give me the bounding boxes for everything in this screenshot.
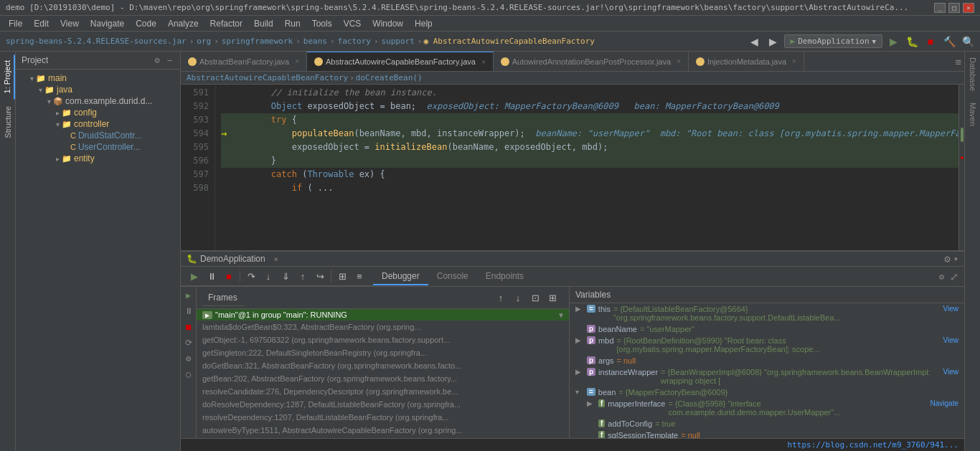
debug-run-button[interactable]: 🐛	[904, 34, 920, 49]
stop-button[interactable]: ■	[923, 34, 938, 49]
tree-item-controller[interactable]: ▾ 📁 controller	[16, 118, 180, 130]
sidebar-tab-project[interactable]: 1: Project	[1, 54, 15, 99]
right-tab-maven[interactable]: Maven	[966, 97, 979, 132]
frames-filter-button[interactable]: ⊡	[527, 290, 543, 305]
run-button[interactable]: ▶	[885, 34, 901, 49]
maximize-button[interactable]: □	[948, 3, 960, 13]
dbg-resume-button[interactable]: ▶	[187, 268, 202, 284]
menu-help[interactable]: Help	[409, 17, 438, 30]
menu-window[interactable]: Window	[367, 17, 409, 30]
menu-edit[interactable]: Edit	[28, 17, 55, 30]
menu-code[interactable]: Code	[130, 17, 162, 30]
debug-tab-debugger[interactable]: Debugger	[373, 268, 428, 285]
nav-back-button[interactable]: ◀	[747, 34, 763, 49]
var-mbd[interactable]: ▶ p mbd = {RootBeanDefinition@5990} "Roo…	[570, 335, 964, 355]
debug-restore-icon[interactable]: ⤢	[950, 271, 964, 283]
dbg-stepout-button[interactable]: ↑	[295, 268, 311, 284]
tab-close-abf[interactable]: ×	[295, 57, 299, 65]
menu-navigate[interactable]: Navigate	[85, 17, 130, 30]
tree-item-druid[interactable]: C DruidStatContr...	[16, 130, 180, 141]
tree-item-usercontroller[interactable]: C UserController...	[16, 141, 180, 153]
dbg-runtocursor-button[interactable]: ↪	[312, 268, 328, 284]
dbg-forceinto-button[interactable]: ⇓	[278, 268, 293, 284]
menu-refactor[interactable]: Refactor	[204, 17, 248, 30]
debug-settings-icon[interactable]: ⚙	[944, 253, 950, 265]
dbg-stop-button[interactable]: ■	[221, 268, 237, 284]
tree-item-entity[interactable]: ▸ 📁 entity	[16, 153, 180, 164]
tab-autowiredannotation[interactable]: AutowiredAnnotationBeanPostProcessor.jav…	[494, 52, 689, 71]
tab-close-aawcbf[interactable]: ×	[481, 58, 486, 66]
dbg-pause-button[interactable]: ⏸	[204, 268, 220, 284]
frame-item-7[interactable]: doResolveDependency:1287, DefaultListabl…	[197, 398, 569, 411]
var-navigate-iw[interactable]: View	[943, 368, 959, 376]
frames-up-button[interactable]: ↑	[493, 290, 509, 305]
debug-tab-endpoints[interactable]: Endpoints	[477, 268, 532, 285]
var-navigate-mbd[interactable]: View	[943, 336, 959, 344]
menu-build[interactable]: Build	[248, 17, 279, 30]
var-args[interactable]: p args = null	[570, 355, 964, 366]
menu-vcs[interactable]: VCS	[338, 17, 367, 30]
menu-view[interactable]: View	[55, 17, 85, 30]
frame-item-4[interactable]: doGetBean:321, AbstractBeanFactory (org.…	[197, 359, 569, 372]
nav-forward-button[interactable]: ▶	[765, 34, 781, 49]
search-everywhere-button[interactable]: 🔍	[960, 34, 976, 49]
tree-item-java[interactable]: ▾ 📁 java	[16, 84, 180, 95]
debug-settings-icon2[interactable]: ⚙	[939, 272, 950, 282]
tab-close-im[interactable]: ×	[792, 57, 796, 65]
var-instancewrapper[interactable]: ▶ p instanceWrapper = {BeanWrapperImpl@6…	[570, 366, 964, 386]
sidebar-tab-structure[interactable]: Structure	[1, 100, 14, 144]
frames-down-button[interactable]: ↓	[510, 290, 526, 305]
debug-session-close[interactable]: ×	[274, 255, 278, 263]
tab-abstractbeanfactory[interactable]: AbstractBeanFactory.java ×	[181, 52, 307, 71]
var-navigate-this[interactable]: View	[943, 305, 959, 313]
tab-injectionmetadata[interactable]: InjectionMetadata.java ×	[689, 52, 804, 71]
dbg-mute-side[interactable]: ○	[183, 369, 194, 380]
dbg-pause-side[interactable]: ⏸	[183, 305, 194, 317]
dbg-stepover-button[interactable]: ↷	[243, 268, 259, 284]
build-button[interactable]: 🔨	[941, 34, 957, 49]
var-bean[interactable]: ▾ = bean = {MapperFactoryBean@6009}	[570, 386, 964, 398]
tree-item-com[interactable]: ▾ 📦 com.example.durid.d...	[16, 95, 180, 107]
menu-file[interactable]: File	[3, 17, 28, 30]
dbg-settings-side[interactable]: ⚙	[183, 353, 194, 364]
tab-abstractautowire[interactable]: AbstractAutowireCapableBeanFactory.java …	[307, 52, 494, 71]
frame-item-9[interactable]: autowireByType:1511, AbstractAutowireCap…	[197, 424, 569, 437]
right-tab-database[interactable]: Database	[966, 52, 979, 97]
debug-tab-console[interactable]: Console	[428, 268, 477, 285]
tab-settings-icon[interactable]: ≡	[956, 56, 961, 67]
url-text[interactable]: https://blog.csdn.net/m9_3760/941...	[788, 440, 958, 450]
dbg-frames-button[interactable]: ≡	[352, 268, 367, 284]
project-collapse-icon[interactable]: −	[165, 54, 174, 66]
code-scrollbar[interactable]	[958, 85, 964, 250]
project-settings-icon[interactable]: ⚙	[153, 54, 162, 66]
frame-item-2[interactable]: getObject:-1, 697508322 (org.springframe…	[197, 333, 569, 346]
close-button[interactable]: ×	[963, 3, 974, 13]
menu-analyze[interactable]: Analyze	[162, 17, 204, 30]
var-mapperinterface[interactable]: ▶ f mapperInterface = {Class@5958} "inte…	[570, 398, 964, 418]
dbg-stop-side[interactable]: ■	[183, 321, 194, 333]
dbg-resume-side[interactable]: ▶	[183, 290, 194, 301]
thread-dropdown[interactable]: ▼	[559, 311, 563, 319]
var-sqlsessiontemplate[interactable]: f sqlSessionTemplate = null	[570, 429, 964, 438]
dbg-stepinto-button[interactable]: ↓	[260, 268, 276, 284]
var-beanname[interactable]: p beanName = "userMapper"	[570, 323, 964, 335]
frame-item-1[interactable]: lambda$doGetBean$0:323, AbstractBeanFact…	[197, 321, 569, 333]
menu-run[interactable]: Run	[279, 17, 306, 30]
frame-item-3[interactable]: getSingleton:222, DefaultSingletonBeanRe…	[197, 346, 569, 359]
var-navigate-mi[interactable]: Navigate	[930, 399, 958, 407]
frame-item-6[interactable]: resolveCandidate:276, DependencyDescript…	[197, 385, 569, 398]
run-config[interactable]: ▶ DemoApplication ▼	[784, 34, 882, 48]
frame-item-5[interactable]: getBean:202, AbstractBeanFactory (org.sp…	[197, 372, 569, 385]
dbg-evaluate-button[interactable]: ⊞	[334, 268, 350, 284]
debug-collapse-icon[interactable]: ▾	[953, 254, 958, 264]
menu-tools[interactable]: Tools	[306, 17, 338, 30]
frames-copy-button[interactable]: ⊞	[545, 290, 560, 305]
tree-item-main[interactable]: ▾ 📁 main	[16, 72, 180, 84]
var-this[interactable]: ▶ = this = {DefaultListableBeanFactory@5…	[570, 303, 964, 323]
tab-close-aabpp[interactable]: ×	[677, 57, 681, 65]
frame-item-8[interactable]: resolveDependency:1207, DefaultListableB…	[197, 411, 569, 424]
var-addtoconfig[interactable]: f addToConfig = true	[570, 418, 964, 429]
minimize-button[interactable]: _	[934, 3, 946, 13]
dbg-reload-side[interactable]: ⟳	[183, 337, 194, 348]
tree-item-config[interactable]: ▸ 📁 config	[16, 107, 180, 118]
